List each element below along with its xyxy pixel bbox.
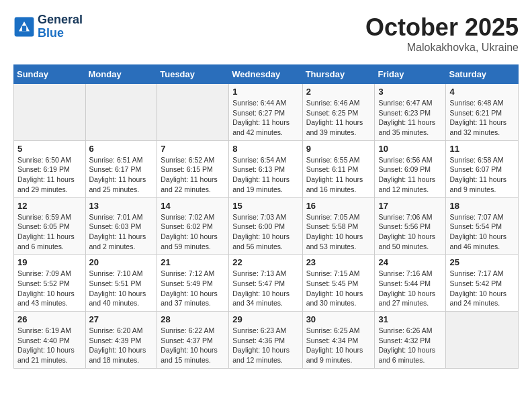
day-number: 6 xyxy=(89,144,154,154)
weekday-header-thursday: Thursday xyxy=(302,65,375,84)
day-number: 26 xyxy=(17,314,82,324)
day-info: Sunrise: 6:54 AM Sunset: 6:13 PM Dayligh… xyxy=(232,155,298,195)
day-number: 22 xyxy=(232,257,298,267)
day-info: Sunrise: 6:44 AM Sunset: 6:27 PM Dayligh… xyxy=(232,98,298,138)
logo-line2: Blue xyxy=(38,27,83,40)
weekday-header-friday: Friday xyxy=(375,65,446,84)
weekday-header-monday: Monday xyxy=(85,65,157,84)
calendar-cell: 25Sunrise: 7:17 AM Sunset: 5:42 PM Dayli… xyxy=(446,255,519,312)
calendar-cell xyxy=(157,84,229,141)
calendar-cell: 12Sunrise: 6:59 AM Sunset: 6:05 PM Dayli… xyxy=(14,197,86,255)
calendar-cell: 5Sunrise: 6:50 AM Sunset: 6:19 PM Daylig… xyxy=(14,140,86,197)
day-info: Sunrise: 7:06 AM Sunset: 5:56 PM Dayligh… xyxy=(378,212,442,252)
calendar-cell: 1Sunrise: 6:44 AM Sunset: 6:27 PM Daylig… xyxy=(229,84,302,141)
day-number: 25 xyxy=(449,257,515,267)
day-info: Sunrise: 6:59 AM Sunset: 6:05 PM Dayligh… xyxy=(17,212,82,252)
calendar-cell: 13Sunrise: 7:01 AM Sunset: 6:03 PM Dayli… xyxy=(85,197,157,255)
weekday-header-tuesday: Tuesday xyxy=(157,65,229,84)
day-number: 13 xyxy=(89,201,154,211)
calendar-cell: 24Sunrise: 7:16 AM Sunset: 5:44 PM Dayli… xyxy=(375,255,446,312)
day-number: 1 xyxy=(232,87,298,97)
logo-icon xyxy=(13,16,35,38)
calendar-cell: 20Sunrise: 7:10 AM Sunset: 5:51 PM Dayli… xyxy=(85,255,157,312)
day-info: Sunrise: 6:48 AM Sunset: 6:21 PM Dayligh… xyxy=(449,98,515,138)
weekday-header-row: SundayMondayTuesdayWednesdayThursdayFrid… xyxy=(14,65,519,84)
calendar-week-1: 1Sunrise: 6:44 AM Sunset: 6:27 PM Daylig… xyxy=(14,84,519,141)
calendar-cell: 11Sunrise: 6:58 AM Sunset: 6:07 PM Dayli… xyxy=(446,140,519,197)
day-number: 20 xyxy=(89,257,154,267)
calendar-table: SundayMondayTuesdayWednesdayThursdayFrid… xyxy=(13,64,519,369)
day-info: Sunrise: 7:16 AM Sunset: 5:44 PM Dayligh… xyxy=(378,269,442,308)
calendar-cell: 8Sunrise: 6:54 AM Sunset: 6:13 PM Daylig… xyxy=(229,140,302,197)
day-info: Sunrise: 7:17 AM Sunset: 5:42 PM Dayligh… xyxy=(449,269,515,308)
day-number: 15 xyxy=(232,201,298,211)
calendar-cell: 2Sunrise: 6:46 AM Sunset: 6:25 PM Daylig… xyxy=(302,84,375,141)
day-number: 11 xyxy=(449,144,515,154)
calendar-cell xyxy=(446,312,519,369)
day-number: 29 xyxy=(232,314,298,324)
day-number: 10 xyxy=(378,144,442,154)
day-info: Sunrise: 6:52 AM Sunset: 6:15 PM Dayligh… xyxy=(161,155,225,195)
day-info: Sunrise: 6:22 AM Sunset: 4:37 PM Dayligh… xyxy=(161,326,225,365)
logo-text: General Blue xyxy=(38,13,83,40)
day-info: Sunrise: 7:01 AM Sunset: 6:03 PM Dayligh… xyxy=(89,212,154,252)
calendar-cell xyxy=(85,84,157,141)
day-info: Sunrise: 6:58 AM Sunset: 6:07 PM Dayligh… xyxy=(449,155,515,195)
page-header: General Blue October 2025 Malokakhovka, … xyxy=(13,13,519,54)
day-info: Sunrise: 7:15 AM Sunset: 5:45 PM Dayligh… xyxy=(306,269,371,308)
day-info: Sunrise: 7:10 AM Sunset: 5:51 PM Dayligh… xyxy=(89,269,154,308)
day-info: Sunrise: 6:47 AM Sunset: 6:23 PM Dayligh… xyxy=(378,98,442,138)
calendar-cell: 10Sunrise: 6:56 AM Sunset: 6:09 PM Dayli… xyxy=(375,140,446,197)
day-info: Sunrise: 6:19 AM Sunset: 4:40 PM Dayligh… xyxy=(17,326,82,365)
weekday-header-saturday: Saturday xyxy=(446,65,519,84)
day-info: Sunrise: 7:13 AM Sunset: 5:47 PM Dayligh… xyxy=(232,269,298,308)
day-number: 3 xyxy=(378,87,442,97)
day-number: 21 xyxy=(161,257,225,267)
day-number: 7 xyxy=(161,144,225,154)
calendar-week-5: 26Sunrise: 6:19 AM Sunset: 4:40 PM Dayli… xyxy=(14,312,519,369)
calendar-cell: 3Sunrise: 6:47 AM Sunset: 6:23 PM Daylig… xyxy=(375,84,446,141)
day-number: 31 xyxy=(378,314,442,324)
weekday-header-wednesday: Wednesday xyxy=(229,65,302,84)
calendar-week-2: 5Sunrise: 6:50 AM Sunset: 6:19 PM Daylig… xyxy=(14,140,519,197)
svg-rect-2 xyxy=(22,26,26,31)
calendar-cell: 17Sunrise: 7:06 AM Sunset: 5:56 PM Dayli… xyxy=(375,197,446,255)
day-info: Sunrise: 6:56 AM Sunset: 6:09 PM Dayligh… xyxy=(378,155,442,195)
calendar-cell: 7Sunrise: 6:52 AM Sunset: 6:15 PM Daylig… xyxy=(157,140,229,197)
calendar-body: 1Sunrise: 6:44 AM Sunset: 6:27 PM Daylig… xyxy=(14,84,519,369)
day-number: 16 xyxy=(306,201,371,211)
calendar-cell: 28Sunrise: 6:22 AM Sunset: 4:37 PM Dayli… xyxy=(157,312,229,369)
calendar-cell xyxy=(14,84,86,141)
title-block: October 2025 Malokakhovka, Ukraine xyxy=(365,13,519,54)
day-info: Sunrise: 6:51 AM Sunset: 6:17 PM Dayligh… xyxy=(89,155,154,195)
day-number: 28 xyxy=(161,314,225,324)
day-number: 17 xyxy=(378,201,442,211)
calendar-title: October 2025 xyxy=(365,13,519,42)
calendar-week-4: 19Sunrise: 7:09 AM Sunset: 5:52 PM Dayli… xyxy=(14,255,519,312)
calendar-cell: 21Sunrise: 7:12 AM Sunset: 5:49 PM Dayli… xyxy=(157,255,229,312)
calendar-week-3: 12Sunrise: 6:59 AM Sunset: 6:05 PM Dayli… xyxy=(14,197,519,255)
day-number: 23 xyxy=(306,257,371,267)
calendar-subtitle: Malokakhovka, Ukraine xyxy=(365,42,519,54)
day-info: Sunrise: 6:20 AM Sunset: 4:39 PM Dayligh… xyxy=(89,326,154,365)
day-number: 30 xyxy=(306,314,371,324)
day-number: 2 xyxy=(306,87,371,97)
logo-line1: General xyxy=(38,13,83,27)
day-info: Sunrise: 7:02 AM Sunset: 6:02 PM Dayligh… xyxy=(161,212,225,252)
day-number: 27 xyxy=(89,314,154,324)
day-info: Sunrise: 6:55 AM Sunset: 6:11 PM Dayligh… xyxy=(306,155,371,195)
calendar-cell: 6Sunrise: 6:51 AM Sunset: 6:17 PM Daylig… xyxy=(85,140,157,197)
calendar-cell: 23Sunrise: 7:15 AM Sunset: 5:45 PM Dayli… xyxy=(302,255,375,312)
day-number: 8 xyxy=(232,144,298,154)
day-number: 4 xyxy=(449,87,515,97)
day-number: 24 xyxy=(378,257,442,267)
calendar-cell: 18Sunrise: 7:07 AM Sunset: 5:54 PM Dayli… xyxy=(446,197,519,255)
calendar-cell: 16Sunrise: 7:05 AM Sunset: 5:58 PM Dayli… xyxy=(302,197,375,255)
day-number: 19 xyxy=(17,257,82,267)
day-info: Sunrise: 6:50 AM Sunset: 6:19 PM Dayligh… xyxy=(17,155,82,195)
calendar-cell: 26Sunrise: 6:19 AM Sunset: 4:40 PM Dayli… xyxy=(14,312,86,369)
weekday-header-sunday: Sunday xyxy=(14,65,86,84)
calendar-cell: 27Sunrise: 6:20 AM Sunset: 4:39 PM Dayli… xyxy=(85,312,157,369)
day-number: 5 xyxy=(17,144,82,154)
day-info: Sunrise: 7:07 AM Sunset: 5:54 PM Dayligh… xyxy=(449,212,515,252)
